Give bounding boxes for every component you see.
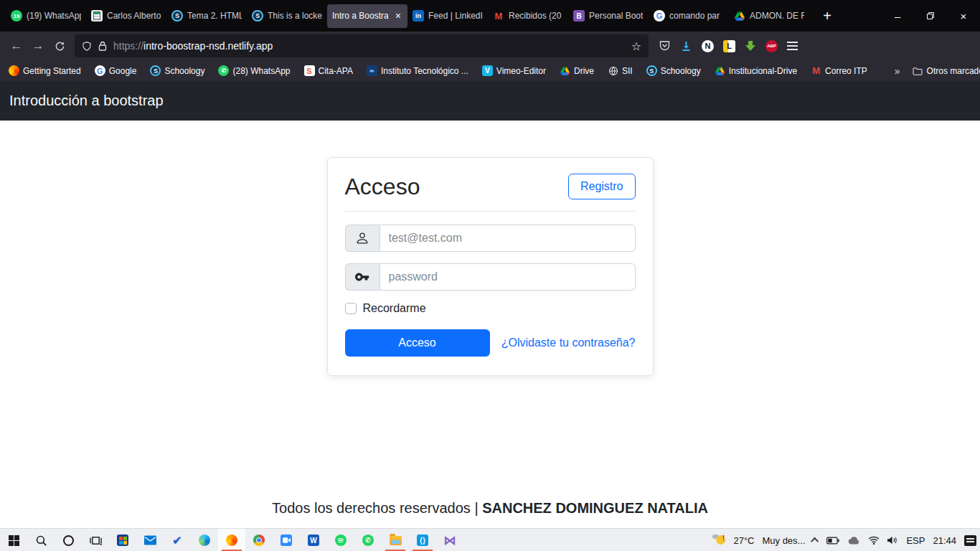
tab-gmail[interactable]: M Recibidos (20: [488, 4, 568, 28]
check-icon: ✔: [172, 534, 182, 547]
vscode-button[interactable]: ⟨⟩: [409, 529, 436, 551]
bookmark-google[interactable]: GGoogle: [95, 65, 137, 76]
start-button[interactable]: [0, 529, 27, 551]
download-icon[interactable]: [680, 40, 692, 52]
bookmark-drive[interactable]: Drive: [560, 65, 594, 76]
l-extension-icon[interactable]: L: [723, 40, 735, 52]
tab-label: comando par: [669, 11, 724, 21]
zoom-button[interactable]: [273, 529, 300, 551]
bookmark-getting-started[interactable]: Getting Started: [9, 65, 81, 76]
forgot-password-link[interactable]: ¿Olvidaste tu contraseña?: [501, 336, 636, 349]
tab-tema2-html[interactable]: S Tema 2. HTML: [166, 4, 247, 28]
vimeo-icon: V: [482, 65, 493, 76]
login-form: Recordarme Acceso ¿Olvidaste tu contrase…: [328, 212, 653, 375]
weather-icon[interactable]: !: [712, 534, 725, 547]
spotify-icon: [335, 534, 347, 546]
reload-icon[interactable]: [49, 35, 70, 57]
windows-taskbar: ✔ W ✆ ⟨⟩ ⋈ ! 27°C Muy des... ESP 21:44: [0, 528, 980, 551]
temperature[interactable]: 27°C: [733, 535, 754, 546]
bookmark-vimeo-editor[interactable]: VVimeo-Editor: [482, 65, 546, 76]
todo-button[interactable]: ✔: [164, 529, 191, 551]
tab-whatsapp[interactable]: 19 (19) WhatsApp: [6, 4, 86, 28]
password-field[interactable]: [380, 263, 636, 291]
site-title: Introducción a bootstrap: [9, 93, 164, 109]
key-icon: [345, 263, 380, 291]
forward-icon[interactable]: →: [27, 35, 49, 57]
spreadsheet-icon: [91, 10, 103, 22]
microsoft-store-button[interactable]: [109, 529, 136, 551]
tab-carlos-alberto[interactable]: Carlos Alberto: [86, 4, 166, 28]
new-tab-button[interactable]: +: [816, 8, 838, 24]
folder-icon: [913, 65, 923, 76]
battery-icon[interactable]: [826, 537, 839, 545]
edge-icon: [199, 534, 210, 546]
bookmark-star-icon[interactable]: ☆: [631, 39, 641, 53]
bookmark-sii[interactable]: SII: [608, 65, 633, 76]
wifi-icon[interactable]: [868, 536, 880, 545]
clock[interactable]: 21:44: [933, 535, 956, 546]
card-title: Acceso: [345, 174, 420, 200]
chrome-icon: [253, 534, 265, 546]
login-button[interactable]: Acceso: [345, 329, 490, 357]
firefox-icon: [9, 65, 19, 76]
tab-locked[interactable]: S This is a locke: [247, 4, 327, 28]
tab-google-search[interactable]: G comando par: [649, 4, 729, 28]
file-explorer-button[interactable]: [382, 529, 409, 551]
spotify-button[interactable]: [327, 529, 354, 551]
firefox-taskbar-button[interactable]: [218, 529, 245, 551]
bookmark-instituto[interactable]: ❧Instituto Tecnológico ...: [367, 65, 468, 76]
bookmark-correo-itp[interactable]: MCorreo ITP: [811, 65, 867, 76]
action-center-icon[interactable]: [964, 535, 976, 546]
n-extension-icon[interactable]: N: [702, 40, 714, 52]
menu-icon[interactable]: [787, 42, 798, 50]
close-tab-icon[interactable]: ×: [394, 10, 402, 22]
language-indicator[interactable]: ESP: [906, 535, 925, 546]
cortana-button[interactable]: [55, 529, 82, 551]
whatsapp-icon: 19: [11, 10, 22, 22]
register-button[interactable]: Registro: [568, 174, 636, 199]
page-content: Introducción a bootstrap Acceso Registro: [0, 81, 980, 528]
whatsapp-taskbar-button[interactable]: ✆: [354, 529, 382, 551]
bookmarks-overflow-icon[interactable]: »: [895, 65, 899, 77]
tab-intro-bootstrap-active[interactable]: Intro a Boostra ×: [327, 4, 407, 28]
bookmark-cita-apa[interactable]: SCita-APA: [304, 65, 353, 76]
cortana-icon: [63, 535, 74, 546]
google-icon: G: [95, 65, 105, 76]
tab-linkedin[interactable]: in Feed | LinkedIn: [407, 4, 488, 28]
word-button[interactable]: W: [300, 529, 327, 551]
video-downloader-icon[interactable]: [745, 40, 756, 52]
mail-button[interactable]: [136, 529, 164, 551]
search-button[interactable]: [27, 529, 55, 551]
email-field[interactable]: [380, 225, 636, 252]
speaker-icon[interactable]: [887, 536, 898, 545]
tray-expand-icon[interactable]: [811, 537, 819, 545]
bookmark-whatsapp[interactable]: ✆(28) WhatsApp: [218, 65, 290, 76]
restore-button[interactable]: [914, 0, 947, 32]
weather-text[interactable]: Muy des...: [762, 535, 805, 546]
tab-label: This is a locke: [268, 11, 322, 21]
chrome-taskbar-button[interactable]: [245, 529, 273, 551]
tab-label: Tema 2. HTML: [187, 11, 242, 21]
edge-button[interactable]: [191, 529, 218, 551]
other-bookmarks[interactable]: Otros marcadores: [913, 65, 980, 76]
pocket-icon[interactable]: [659, 40, 671, 52]
whatsapp-icon: ✆: [218, 65, 229, 76]
visual-studio-button[interactable]: ⋈: [436, 529, 463, 551]
close-window-button[interactable]: ×: [947, 0, 980, 32]
back-icon[interactable]: ←: [6, 35, 27, 57]
tab-bootstrap-docs[interactable]: B Personal Boot: [568, 4, 649, 28]
password-input-group: [345, 263, 636, 291]
firefox-icon: [226, 534, 237, 546]
tab-drive[interactable]: ADMON. DE F: [729, 4, 809, 28]
onedrive-icon[interactable]: [847, 537, 860, 545]
login-card: Acceso Registro Recordarme Ac: [327, 157, 654, 376]
adblock-plus-icon[interactable]: ABP: [765, 40, 778, 52]
bookmark-schoology[interactable]: SSchoology: [150, 65, 204, 76]
bookmark-institucional-drive[interactable]: Institucional-Drive: [715, 65, 797, 76]
remember-checkbox[interactable]: [345, 303, 357, 314]
minimize-button[interactable]: –: [881, 0, 914, 32]
address-bar[interactable]: https://intro-boostrap-nsd.netlify.app ☆: [75, 34, 649, 57]
google-drive-icon: [560, 65, 570, 76]
bookmark-schoology-2[interactable]: SSchoology: [646, 65, 701, 76]
task-view-button[interactable]: [82, 529, 109, 551]
